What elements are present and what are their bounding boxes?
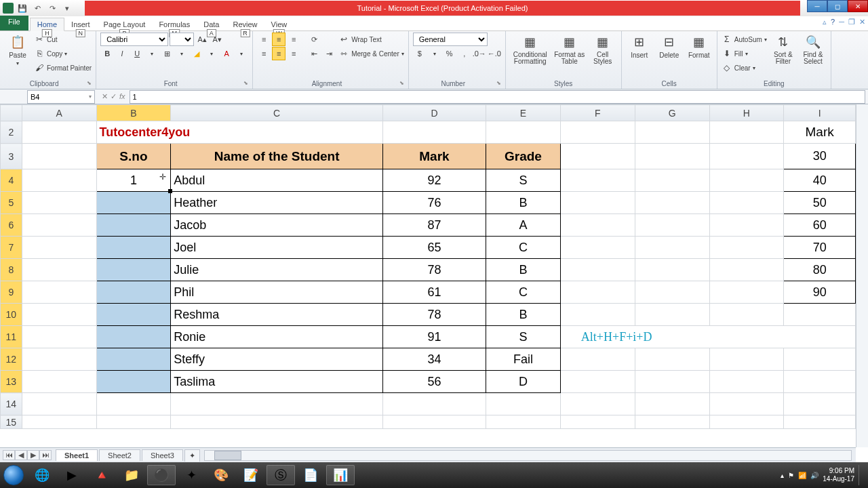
taskbar-obs-icon[interactable]: ⚫ [147, 465, 176, 485]
format-cells-button[interactable]: ▦Format [686, 33, 713, 59]
cell-header-sno[interactable]: S.no [96, 144, 171, 169]
align-bottom-icon[interactable]: ≡ [287, 33, 300, 46]
taskbar-app-icon[interactable]: ▶ [58, 465, 86, 485]
save-icon[interactable]: 💾 [16, 2, 28, 14]
cell-sno[interactable] [96, 348, 171, 371]
autosum-button[interactable]: ΣAutoSum▾ [722, 33, 767, 46]
formula-input[interactable]: 1 [130, 90, 865, 104]
fill-button[interactable]: ⬇Fill▾ [722, 47, 767, 60]
tab-view[interactable]: ViewW [264, 18, 294, 30]
col-header[interactable]: D [382, 105, 486, 121]
font-size-select[interactable]: 11 [170, 33, 194, 46]
row-header[interactable]: 10 [1, 304, 22, 326]
name-box-dropdown-icon[interactable]: ▾ [89, 94, 92, 100]
col-header[interactable]: B [96, 105, 171, 121]
qat-customize-icon[interactable]: ▾ [61, 2, 73, 14]
underline-more-icon[interactable]: ▾ [145, 47, 159, 60]
fill-handle[interactable] [168, 189, 172, 193]
cell-sno[interactable] [96, 371, 171, 393]
cell-mark-value[interactable]: 90 [784, 281, 856, 304]
cell-mark[interactable]: 78 [382, 259, 486, 281]
taskbar-notes-icon[interactable]: 📝 [237, 465, 265, 485]
doc-minimize-icon[interactable]: ─ [839, 18, 844, 26]
cell-grade[interactable]: A [486, 214, 561, 237]
sheet-nav-first-icon[interactable]: ⏮ [3, 450, 15, 460]
tab-review[interactable]: ReviewR [226, 18, 264, 30]
fill-color-more-icon[interactable]: ▾ [205, 47, 218, 60]
cut-button[interactable]: ✂Cut [34, 33, 92, 46]
active-cell[interactable]: 1✛ [96, 169, 171, 192]
bold-button[interactable]: B [100, 47, 114, 60]
italic-button[interactable]: I [115, 47, 129, 60]
sort-filter-button[interactable]: ⇅Sort & Filter [770, 33, 797, 65]
format-as-table-button[interactable]: ▦Format as Table [553, 33, 586, 65]
find-select-button[interactable]: 🔍Find & Select [800, 33, 827, 65]
dialog-launcher-icon[interactable]: ⬊ [87, 80, 92, 86]
cell-mark[interactable]: 61 [382, 281, 486, 304]
wrap-text-button[interactable]: ↩Wrap Text [338, 33, 404, 46]
vertical-scrollbar[interactable] [856, 104, 868, 447]
tray-network-icon[interactable]: 📶 [798, 472, 806, 479]
align-center-icon[interactable]: ≡ [272, 47, 285, 60]
dialog-launcher-icon[interactable]: ⬊ [399, 80, 404, 86]
tab-formulas[interactable]: FormulasM [152, 18, 197, 30]
underline-button[interactable]: U [130, 47, 144, 60]
cell-name[interactable]: Heather [171, 192, 383, 214]
borders-more-icon[interactable]: ▾ [175, 47, 189, 60]
cell-grade[interactable]: S [486, 169, 561, 192]
accounting-format-icon[interactable]: $ [413, 47, 427, 60]
cell-header-grade[interactable]: Grade [486, 144, 561, 169]
cancel-formula-icon[interactable]: ✕ [102, 92, 108, 101]
fx-icon[interactable]: fx [119, 92, 125, 101]
cell-name[interactable]: Taslima [171, 371, 383, 393]
cell-mark[interactable]: 91 [382, 326, 486, 348]
tray-flag-icon[interactable]: ⚑ [788, 472, 794, 479]
tab-home[interactable]: HomeH [30, 18, 64, 31]
row-header[interactable]: 9 [1, 281, 22, 304]
shortcut-text[interactable]: Alt+H+F+i+D [560, 326, 855, 348]
cell-grade[interactable]: D [486, 371, 561, 393]
font-name-select[interactable]: Calibri [100, 33, 168, 46]
accounting-more-icon[interactable]: ▾ [428, 47, 441, 60]
cell-mark-value[interactable]: 50 [784, 192, 856, 214]
cell-mark-value[interactable]: 70 [784, 237, 856, 259]
dialog-launcher-icon[interactable]: ⬊ [243, 80, 248, 86]
tray-clock[interactable]: 9:06 PM 14-Aug-17 [823, 467, 854, 483]
cell-title[interactable]: Tutocenter4you [96, 121, 382, 144]
taskbar-app-icon[interactable]: 📄 [296, 465, 325, 485]
taskbar-explorer-icon[interactable]: 📁 [117, 465, 146, 485]
col-header[interactable]: G [635, 105, 709, 121]
conditional-formatting-button[interactable]: ▦Conditional Formatting [510, 33, 551, 65]
col-header[interactable]: F [560, 105, 635, 121]
copy-button[interactable]: ⎘Copy▾ [34, 47, 92, 60]
doc-close-icon[interactable]: ✕ [859, 18, 865, 26]
sheet-tab[interactable]: Sheet2 [99, 449, 140, 461]
cell-name[interactable]: Abdul [171, 169, 383, 192]
cell-styles-button[interactable]: ▦Cell Styles [589, 33, 617, 65]
name-box[interactable]: B4▾ [27, 90, 95, 104]
row-header[interactable]: 15 [1, 415, 22, 429]
sheet-nav-prev-icon[interactable]: ◀ [15, 450, 27, 460]
cell-grade[interactable]: Fail [486, 348, 561, 371]
insert-cells-button[interactable]: ⊞Insert [626, 33, 653, 59]
cell-mark-header[interactable]: Mark [784, 121, 856, 144]
comma-format-icon[interactable]: , [458, 47, 471, 60]
help-icon[interactable]: ? [831, 18, 835, 26]
cell-grade[interactable]: B [486, 192, 561, 214]
cell-mark-value[interactable]: 80 [784, 259, 856, 281]
decrease-font-icon[interactable]: A▾ [210, 33, 224, 46]
cell-name[interactable]: Phil [171, 281, 383, 304]
paste-button[interactable]: 📋Paste▾ [4, 33, 31, 66]
tab-data[interactable]: DataA [197, 18, 226, 30]
col-header[interactable]: I [784, 105, 856, 121]
row-header[interactable]: 13 [1, 371, 22, 393]
taskbar-paint-icon[interactable]: 🎨 [207, 465, 235, 485]
col-header[interactable]: C [171, 105, 383, 121]
minimize-ribbon-icon[interactable]: ▵ [823, 18, 827, 26]
cell-name[interactable]: Steffy [171, 348, 383, 371]
clear-button[interactable]: ◇Clear▾ [722, 61, 767, 75]
enter-formula-icon[interactable]: ✓ [111, 92, 117, 101]
cell-name[interactable]: Julie [171, 259, 383, 281]
cell-mark-value[interactable]: 60 [784, 214, 856, 237]
cell-sno[interactable] [96, 304, 171, 326]
